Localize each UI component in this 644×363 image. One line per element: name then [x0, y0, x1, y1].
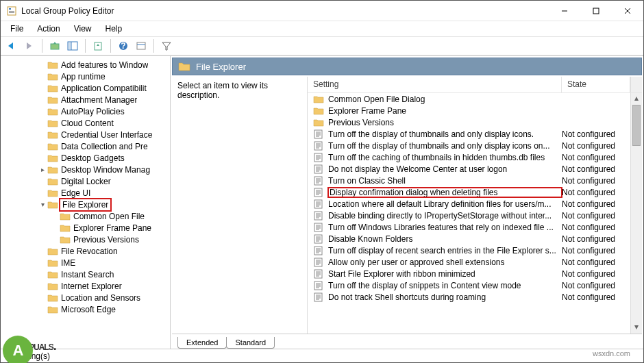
properties-button[interactable] — [133, 38, 149, 54]
menu-action[interactable]: Action — [30, 23, 66, 35]
setting-policy-row[interactable]: Turn off display of recent search entrie… — [308, 245, 630, 256]
tree-item[interactable]: Previous Versions — [1, 234, 170, 245]
tree-item[interactable]: Microsoft Edge — [1, 303, 170, 315]
svg-rect-72 — [314, 258, 322, 266]
setting-policy-row[interactable]: Do not display the Welcome Center at use… — [308, 163, 630, 175]
policy-icon — [313, 269, 324, 279]
maximize-button[interactable] — [580, 1, 612, 21]
tree-item[interactable]: Location and Sensors — [1, 292, 170, 303]
setting-policy-row[interactable]: Turn on Classic ShellNot configured — [308, 175, 630, 186]
tree-panel[interactable]: Add features to WindowApp runtimeApplica… — [1, 56, 171, 349]
tree-item[interactable]: Desktop Gadgets — [1, 152, 170, 164]
policy-icon — [313, 164, 324, 174]
tree-item[interactable]: Instant Search — [1, 268, 170, 280]
tree-item[interactable]: Explorer Frame Pane — [1, 222, 170, 234]
tree-item[interactable]: Edge UI — [1, 187, 170, 199]
forward-button[interactable] — [21, 38, 38, 54]
setting-policy-row[interactable]: Turn off the display of thumbnails and o… — [308, 128, 630, 140]
setting-policy-row[interactable]: Location where all default Library defin… — [308, 198, 630, 210]
menu-view[interactable]: View — [67, 23, 99, 35]
policy-icon — [313, 129, 324, 139]
tree-item[interactable]: ▸Desktop Window Manag — [1, 164, 170, 175]
setting-policy-row[interactable]: Display confirmation dialog when deletin… — [308, 186, 630, 198]
vertical-scrollbar[interactable]: ▴ ▾ — [630, 93, 642, 334]
filter-button[interactable] — [158, 38, 175, 54]
policy-icon — [313, 199, 324, 209]
column-state[interactable]: State — [562, 77, 630, 92]
setting-label: Disable Known Folders — [328, 234, 562, 244]
svg-rect-5 — [593, 8, 599, 14]
setting-policy-row[interactable]: Turn off the display of snippets in Cont… — [308, 279, 630, 291]
folder-icon — [47, 60, 58, 70]
setting-label: Turn off display of recent search entrie… — [328, 246, 562, 255]
setting-label: Previous Versions — [328, 118, 562, 127]
close-button[interactable] — [612, 1, 643, 21]
setting-state: Not configured — [562, 246, 630, 255]
tab-extended[interactable]: Extended — [177, 337, 227, 349]
policy-icon — [313, 234, 324, 244]
tree-item[interactable]: File Revocation — [1, 245, 170, 257]
folder-icon — [47, 188, 58, 198]
folder-icon — [47, 118, 58, 128]
tree-item-label: Add features to Window — [61, 60, 148, 70]
folder-icon — [313, 118, 324, 127]
help-button[interactable]: ? — [115, 38, 132, 54]
back-button[interactable] — [3, 38, 20, 54]
tree-item-label: Location and Sensors — [61, 293, 140, 303]
tree-item[interactable]: Digital Locker — [1, 175, 170, 187]
tree-item[interactable]: Attachment Manager — [1, 94, 170, 105]
setting-policy-row[interactable]: Disable Known FoldersNot configured — [308, 233, 630, 245]
folder-icon — [60, 212, 71, 221]
svg-rect-1 — [9, 8, 11, 10]
show-hide-tree-button[interactable] — [64, 38, 81, 54]
setting-state: Not configured — [562, 164, 630, 174]
tree-item[interactable]: ▾File Explorer — [1, 199, 170, 210]
list-body[interactable]: Common Open File DialogExplorer Frame Pa… — [308, 93, 630, 334]
tree-item[interactable]: AutoPlay Policies — [1, 105, 170, 117]
minimize-button[interactable] — [549, 1, 580, 21]
expand-icon[interactable]: ▾ — [38, 201, 47, 208]
setting-policy-row[interactable]: Allow only per user or approved shell ex… — [308, 256, 630, 268]
svg-rect-47 — [314, 200, 322, 208]
tree-item-label: Internet Explorer — [61, 281, 122, 291]
tree-item[interactable]: Data Collection and Pre — [1, 140, 170, 152]
tree-item[interactable]: IME — [1, 257, 170, 268]
tree-item[interactable]: Credential User Interface — [1, 129, 170, 140]
menu-help[interactable]: Help — [99, 23, 129, 35]
statusbar: 47 setting(s) — [1, 349, 643, 362]
svg-rect-11 — [69, 42, 71, 49]
setting-policy-row[interactable]: Turn off the caching of thumbnails in hi… — [308, 151, 630, 163]
menubar: File Action View Help — [1, 21, 643, 36]
setting-state: Not configured — [562, 269, 630, 279]
setting-policy-row[interactable]: Start File Explorer with ribbon minimize… — [308, 268, 630, 279]
tree-item[interactable]: Cloud Content — [1, 117, 170, 129]
setting-policy-row[interactable]: Turn off the display of thumbnails and o… — [308, 140, 630, 151]
setting-label: Allow only per user or approved shell ex… — [328, 258, 562, 267]
export-button[interactable] — [90, 38, 106, 54]
setting-policy-row[interactable]: Turn off Windows Libraries features that… — [308, 221, 630, 233]
setting-policy-row[interactable]: Do not track Shell shortcuts during roam… — [308, 291, 630, 303]
tree-item[interactable]: Add features to Window — [1, 59, 170, 71]
setting-folder-row[interactable]: Explorer Frame Pane — [308, 105, 630, 116]
folder-icon — [47, 72, 58, 82]
tree-item[interactable]: Internet Explorer — [1, 280, 170, 292]
toolbar: ? — [1, 36, 643, 55]
setting-state: Not configured — [562, 141, 630, 151]
tree-item[interactable]: App runtime — [1, 71, 170, 82]
column-setting[interactable]: Setting — [308, 77, 562, 92]
svg-rect-8 — [51, 44, 59, 49]
settings-list: Setting State Common Open File DialogExp… — [308, 77, 642, 334]
policy-icon — [313, 223, 324, 232]
setting-label: Turn off Windows Libraries features that… — [328, 223, 562, 232]
setting-folder-row[interactable]: Previous Versions — [308, 116, 630, 128]
setting-state: Not configured — [562, 153, 630, 162]
tree-item[interactable]: Application Compatibilit — [1, 82, 170, 94]
toolbar-separator — [85, 39, 86, 53]
tab-standard[interactable]: Standard — [226, 337, 275, 349]
up-button[interactable] — [47, 38, 63, 54]
setting-policy-row[interactable]: Disable binding directly to IPropertySet… — [308, 210, 630, 221]
menu-file[interactable]: File — [3, 23, 30, 35]
tree-item[interactable]: Common Open File — [1, 210, 170, 222]
setting-folder-row[interactable]: Common Open File Dialog — [308, 93, 630, 105]
expand-icon[interactable]: ▸ — [38, 166, 47, 173]
